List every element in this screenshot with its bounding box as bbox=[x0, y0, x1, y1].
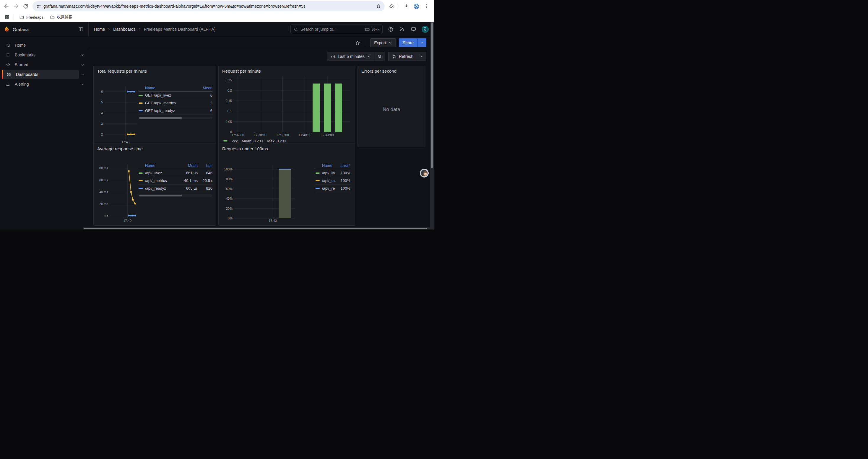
actions-divider bbox=[366, 40, 366, 45]
svg-text:0.15: 0.15 bbox=[226, 99, 232, 102]
star-icon bbox=[5, 62, 11, 67]
refresh-interval-button[interactable] bbox=[417, 52, 426, 61]
legend-last-value: 100% bbox=[335, 186, 350, 191]
legend-header-name[interactable]: Name bbox=[322, 163, 335, 168]
legend-header-name[interactable]: Name bbox=[145, 163, 179, 168]
sidebar-item-alerting[interactable]: Alerting bbox=[2, 79, 79, 89]
legend-series-name[interactable]: /api/_readyz bbox=[322, 186, 335, 191]
legend-series-name[interactable]: /api/_readyz bbox=[145, 186, 179, 191]
total-requests-chart[interactable]: 17:4065432 bbox=[97, 74, 138, 144]
legend-scrollbar[interactable] bbox=[138, 117, 212, 119]
sidebar-expand-dashboards[interactable] bbox=[79, 71, 86, 78]
requests-under-100ms-chart[interactable]: 17:40100%80%60%40%20%0% bbox=[222, 152, 315, 223]
legend-series-name[interactable]: GET /api/_readyz bbox=[145, 108, 194, 113]
bookmark-folder-freeleaps[interactable]: Freeleaps bbox=[17, 13, 46, 21]
kiosk-mode-button[interactable] bbox=[410, 26, 417, 33]
bookmark-folder-blogs[interactable]: 收藏博客 bbox=[48, 13, 75, 21]
legend-header-last[interactable]: Las bbox=[200, 163, 212, 168]
legend-row: /api/_livez 100% bbox=[315, 169, 350, 177]
browser-menu-button[interactable] bbox=[422, 2, 430, 10]
user-avatar[interactable] bbox=[422, 26, 429, 33]
apps-grid-button[interactable] bbox=[4, 13, 11, 21]
legend-row: GET /api/_readyz 6 bbox=[138, 107, 212, 114]
browser-profile-button[interactable] bbox=[412, 2, 421, 10]
sidebar-toggle-button[interactable] bbox=[77, 25, 85, 33]
help-button[interactable] bbox=[387, 26, 394, 33]
legend-series-name[interactable]: GET /api/_livez bbox=[145, 93, 194, 97]
star-dashboard-button[interactable] bbox=[354, 39, 362, 47]
home-icon bbox=[5, 43, 11, 48]
panel-title[interactable]: Request per minute bbox=[222, 68, 351, 74]
legend-last-value: 620 bbox=[200, 186, 212, 191]
bookmark-page-button[interactable] bbox=[376, 4, 381, 9]
legend-header-name[interactable]: Name bbox=[145, 86, 194, 90]
horizontal-scrollbar-thumb[interactable] bbox=[84, 228, 427, 229]
search-input[interactable]: Search or jump to... ⌘+k bbox=[290, 25, 382, 34]
legend-scrollbar[interactable] bbox=[138, 194, 212, 197]
legend-series-name[interactable]: /api/_metrics bbox=[322, 178, 335, 183]
panel-title[interactable]: Requests under 100ms bbox=[222, 145, 351, 152]
search-shortcut: ⌘+k bbox=[365, 27, 379, 32]
back-button[interactable] bbox=[2, 2, 11, 10]
sidebar-expand-starred[interactable] bbox=[79, 61, 86, 68]
vertical-scrollbar-thumb[interactable] bbox=[431, 23, 433, 168]
forward-button[interactable] bbox=[12, 2, 20, 10]
sidebar-item-dashboards[interactable]: Dashboards bbox=[2, 70, 79, 79]
legend-series-name[interactable]: GET /api/_metrics bbox=[145, 101, 194, 105]
legend-table: Name Last * /api/_livez 100% /api/_metri… bbox=[315, 163, 350, 223]
site-settings-button[interactable] bbox=[36, 4, 41, 9]
screen: grafana.mathmast.com/d/deytv4rwavabkb/fr… bbox=[0, 0, 434, 230]
panel-title[interactable]: Errors per second bbox=[361, 68, 422, 74]
average-response-time-chart[interactable]: 17:4080 ms60 ms40 ms20 ms0 s bbox=[97, 152, 138, 223]
time-range-button[interactable]: Last 5 minutes bbox=[327, 52, 374, 61]
vertical-scrollbar[interactable] bbox=[430, 22, 434, 230]
svg-text:17:40: 17:40 bbox=[123, 219, 132, 222]
dashboard-content: Export Share bbox=[89, 37, 434, 230]
legend-row: /api/_readyz 100% bbox=[315, 185, 350, 192]
grafana-app: Grafana Home Dashboards Freeleaps Metric… bbox=[0, 22, 434, 230]
url-text: grafana.mathmast.com/d/deytv4rwavabkb/fr… bbox=[43, 4, 373, 8]
panel-title[interactable]: Average response time bbox=[97, 145, 212, 152]
reload-button[interactable] bbox=[21, 2, 30, 10]
panel-title[interactable]: Total requests per minute bbox=[97, 68, 212, 74]
chevron-down-icon bbox=[420, 55, 423, 58]
sidebar-item-home[interactable]: Home bbox=[2, 40, 86, 50]
legend-series-name[interactable]: /api/_metrics bbox=[145, 178, 179, 183]
extensions-button[interactable] bbox=[388, 2, 396, 10]
sidebar-expand-bookmarks[interactable] bbox=[79, 51, 86, 59]
sidebar-item-label: Dashboards bbox=[16, 72, 38, 77]
header-actions: Search or jump to... ⌘+k bbox=[290, 22, 434, 37]
share-button[interactable]: Share bbox=[399, 38, 417, 47]
zoom-out-time-button[interactable] bbox=[374, 52, 385, 61]
legend-series-name[interactable]: /api/_livez bbox=[145, 171, 179, 175]
horizontal-scrollbar[interactable] bbox=[83, 227, 430, 230]
downloads-button[interactable] bbox=[402, 2, 410, 10]
bookmarks-divider bbox=[13, 14, 14, 20]
request-per-minute-chart[interactable]: 17:37:0017:38:0017:39:0017:40:0017:41:00… bbox=[222, 74, 351, 137]
breadcrumb-home[interactable]: Home bbox=[94, 27, 105, 32]
svg-text:20%: 20% bbox=[226, 207, 232, 210]
sidebar-item-label: Alerting bbox=[15, 82, 29, 87]
legend-header-mean[interactable]: Mean bbox=[194, 86, 212, 90]
share-menu-button[interactable] bbox=[417, 38, 426, 47]
svg-text:0.25: 0.25 bbox=[226, 78, 232, 82]
sidebar-item-bookmarks[interactable]: Bookmarks bbox=[2, 50, 79, 60]
grafana-logo[interactable] bbox=[4, 26, 10, 32]
sidebar-item-starred[interactable]: Starred bbox=[2, 60, 79, 69]
breadcrumb-dashboards[interactable]: Dashboards bbox=[113, 27, 135, 32]
back-icon bbox=[4, 3, 9, 9]
svg-text:0.2: 0.2 bbox=[227, 89, 232, 92]
url-bar[interactable]: grafana.mathmast.com/d/deytv4rwavabkb/fr… bbox=[32, 1, 385, 11]
news-button[interactable] bbox=[399, 26, 405, 32]
sidebar-expand-alerting[interactable] bbox=[79, 80, 86, 88]
legend-header-mean[interactable]: Mean bbox=[179, 163, 198, 168]
legend-header-last[interactable]: Last * bbox=[335, 163, 350, 168]
series-color-pill bbox=[138, 180, 143, 182]
legend-series-name[interactable]: 2xx bbox=[231, 139, 238, 143]
refresh-button[interactable]: Refresh bbox=[389, 52, 417, 61]
export-button[interactable]: Export bbox=[370, 38, 396, 47]
legend-last-value: 646 bbox=[200, 171, 212, 175]
legend-series-name[interactable]: /api/_livez bbox=[322, 171, 335, 175]
dashboards-grid-icon bbox=[6, 72, 12, 77]
floating-assistant-avatar[interactable] bbox=[420, 169, 429, 177]
